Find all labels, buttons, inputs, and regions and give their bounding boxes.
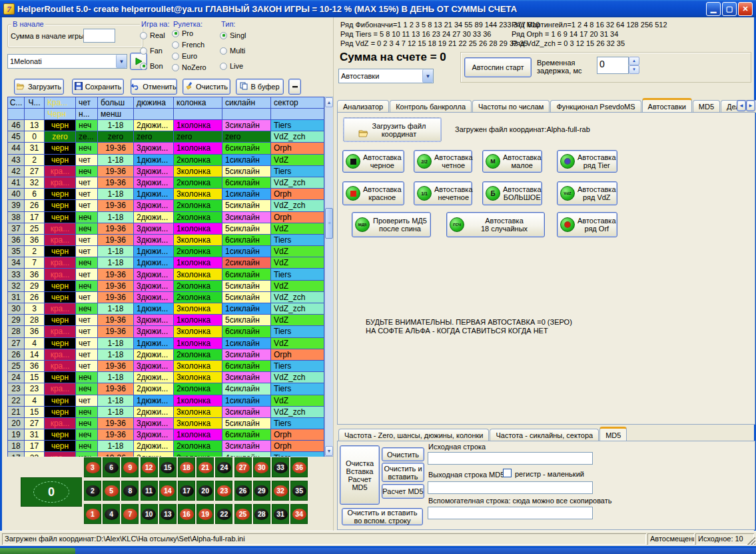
roulette-number-9[interactable]: 9 [121,457,139,477]
stake-button-small[interactable]: MАвтоставка малое [482,150,542,173]
roulette-number-22[interactable]: 22 [215,504,232,524]
roulette-number-21[interactable]: 21 [196,457,214,477]
close-button[interactable]: ✕ [738,2,753,16]
roulette-number-20[interactable]: 20 [196,481,214,501]
radio-french[interactable]: French [172,41,204,49]
roulette-number-23[interactable]: 23 [215,481,232,501]
roulette-number-17[interactable]: 17 [178,481,195,501]
tab-автоставки[interactable]: Автоставки [642,98,692,113]
radio-nozero[interactable]: NoZero [172,63,206,71]
stake-button-even[interactable]: 2/2Автоставка четное [414,150,472,173]
stake-button-md5[interactable]: МД5Проверить МД5 после спина [352,212,431,237]
minimize-button[interactable]: ▁ [706,2,721,16]
start-sum-input[interactable] [83,29,115,43]
tab-частоты-по-числам[interactable]: Частоты по числам [472,100,550,113]
tab-анализатор[interactable]: Анализатор [337,100,389,113]
stake-button-odd[interactable]: 1/1Автоставка нечетное [414,181,472,205]
stake-button-orf[interactable]: Автоставка ряд Orf [557,212,617,237]
toolbar-copy-button[interactable]: В буфер [236,79,284,95]
roulette-number-7[interactable]: 7 [121,504,139,524]
roulette-number-31[interactable]: 31 [272,504,289,524]
chevron-down-icon[interactable]: ▼ [116,55,127,68]
roulette-number-14[interactable]: 14 [159,481,177,501]
roulette-number-13[interactable]: 13 [159,504,177,524]
radio-multi[interactable]: Multi [220,47,245,55]
maximize-button[interactable]: ▢ [722,2,737,16]
chevron-down-icon[interactable]: ▼ [422,69,433,83]
stake-button-tier[interactable]: Автоставка ряд Tier [557,150,617,173]
preset-combobox[interactable]: 1Melonati ▼ [7,54,127,69]
roulette-number-27[interactable]: 27 [234,457,252,477]
md5-source-input[interactable] [428,452,593,465]
radio-fan[interactable]: Fan [140,47,163,55]
roulette-number-3[interactable]: 3 [84,457,101,477]
scrollbar-thumb[interactable]: ≡ [325,208,333,239]
grid-scrollbar[interactable]: ▲ ≡ ▼ [324,97,334,457]
toolbar-undo-button[interactable]: Отменить [131,79,177,95]
stake-button-vdz[interactable]: VdZАвтоставка ряд VdZ [557,181,617,205]
collapse-button[interactable] [288,79,301,95]
roulette-number-29[interactable]: 29 [253,481,270,501]
toolbar-floppy-button[interactable]: Сохранить [72,79,124,95]
radio-singl[interactable]: Singl [220,31,246,39]
stake-button-red-square[interactable]: Автоставка красное [342,181,404,205]
delay-input[interactable]: 0 [597,57,629,74]
tab-функционал-psevdoms[interactable]: Функционал PsevdoMS [550,100,641,113]
scroll-up-icon[interactable]: ▲ [325,97,333,107]
stake-button-big[interactable]: БАвтоставка БОЛЬШОЕ [482,181,542,205]
tab-частота-сиклайны-сектора[interactable]: Частота - сиклайны, сектора [490,429,599,441]
radio-live[interactable]: Live [220,62,243,70]
tab-контроль-банкролла[interactable]: Контроль банкролла [390,100,472,113]
roulette-number-33[interactable]: 33 [272,457,289,477]
roulette-number-0[interactable]: 0 [21,477,82,507]
roulette-number-11[interactable]: 11 [141,481,158,501]
roulette-number-6[interactable]: 6 [103,457,120,477]
roulette-number-5[interactable]: 5 [103,481,120,501]
toolbar-brush-button[interactable]: Очистить [183,79,230,95]
radio-euro[interactable]: Euro [172,52,197,60]
roulette-number-2[interactable]: 2 [84,481,101,501]
spinner-down-icon[interactable]: ▼ [629,65,639,74]
start-button[interactable] [0,548,75,554]
roulette-number-19[interactable]: 19 [196,504,214,524]
radio-real[interactable]: Real [140,31,165,39]
roulette-number-35[interactable]: 35 [290,481,308,501]
tab-scroll-left-icon[interactable]: ◄ [737,100,746,111]
md5-big-button[interactable]: Очистка Вставка Расчет MD5 [340,445,380,505]
md5-clear-paste-button[interactable]: Очистить и вставить [382,463,424,482]
roulette-number-4[interactable]: 4 [103,504,120,524]
roulette-number-12[interactable]: 12 [141,457,158,477]
resize-grip[interactable] [747,537,755,545]
roulette-number-25[interactable]: 25 [234,504,252,524]
roulette-number-8[interactable]: 8 [121,481,139,501]
roulette-number-30[interactable]: 30 [253,457,270,477]
spinner-up-icon[interactable]: ▲ [629,57,639,65]
md5-calc-button[interactable]: Расчет MD5 [382,484,424,499]
roulette-number-26[interactable]: 26 [234,481,252,501]
md5-aux-input[interactable] [428,507,593,519]
stake-button-black-square[interactable]: Автоставка черное [342,150,404,173]
roulette-number-1[interactable]: 1 [84,504,101,524]
tab-частота-zero-шансы-дюжины-колонки[interactable]: Частота - Zero, шансы, дюжины, колонки [338,429,489,441]
roulette-number-28[interactable]: 28 [253,504,270,524]
roulette-number-15[interactable]: 15 [159,457,177,477]
autospin-start-button[interactable]: Автоспин старт [464,57,532,77]
roulette-number-18[interactable]: 18 [178,457,195,477]
roulette-number-32[interactable]: 32 [272,481,289,501]
load-coords-button[interactable]: Загрузить файл координат [343,117,442,142]
tab-md5[interactable]: MD5 [693,100,720,113]
radio-pro[interactable]: Pro [172,29,193,37]
md5-clear-button[interactable]: Очистить [382,447,424,461]
register-checkbox[interactable] [503,469,512,477]
roulette-number-36[interactable]: 36 [290,457,308,477]
tab-md5[interactable]: MD5 [599,427,627,441]
roulette-number-24[interactable]: 24 [215,457,232,477]
radio-bon[interactable]: Bon [140,62,163,70]
tab-scroll-right-icon[interactable]: ► [746,100,755,111]
md5-output-input[interactable] [428,481,593,494]
stake-button-rand[interactable]: ГСЧАвтоставка 18 случайных [446,212,545,237]
toolbar-folder-open-button[interactable]: Загрузить [14,79,64,95]
roulette-number-10[interactable]: 10 [141,504,158,524]
scroll-down-icon[interactable]: ▼ [325,446,333,456]
mode-combobox[interactable]: Автоставки ▼ [338,69,434,83]
